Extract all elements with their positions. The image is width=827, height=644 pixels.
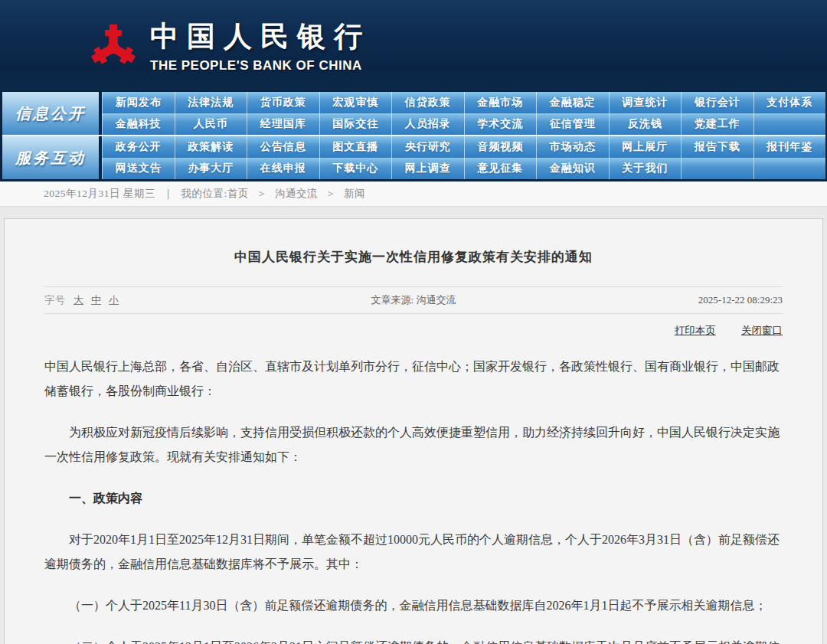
- nav-group-label-info-disclosure[interactable]: 信息公开: [2, 92, 99, 135]
- breadcrumb-divider: ｜: [163, 187, 174, 201]
- fontsize-small-button[interactable]: 小: [109, 293, 119, 307]
- nav-item[interactable]: 党建工作: [681, 113, 753, 135]
- nav-item[interactable]: 调查统计: [609, 92, 682, 113]
- nav-group-info-disclosure: 信息公开 新闻发布 法律法规 货币政策 宏观审慎 信贷政策 金融市场 金融稳定 …: [2, 92, 825, 135]
- article-actions: 打印本页 关闭窗口: [44, 324, 783, 338]
- close-window-link[interactable]: 关闭窗口: [741, 325, 783, 336]
- nav-item[interactable]: 意见征集: [464, 158, 537, 179]
- article-paragraph: （一）个人于2025年11月30日（含）前足额偿还逾期债务的，金融信用信息基础数…: [44, 593, 783, 618]
- nav-group-service-interaction: 服务互动 政务公开 政策解读 公告信息 图文直播 央行研究 音频视频 市场动态 …: [2, 135, 825, 179]
- breadcrumb-arrow-icon: ＞: [257, 187, 267, 201]
- nav-item[interactable]: 新闻发布: [102, 92, 175, 113]
- nav-item[interactable]: 央行研究: [391, 136, 464, 158]
- pboc-logo-icon: [89, 16, 138, 76]
- nav-item[interactable]: 金融科技: [102, 113, 175, 135]
- nav-item[interactable]: 金融市场: [464, 92, 537, 113]
- nav-item[interactable]: 音频视频: [464, 136, 537, 158]
- nav-group-label-service-interaction[interactable]: 服务互动: [2, 136, 99, 179]
- breadcrumb-home[interactable]: 我的位置:首页: [181, 187, 249, 201]
- nav-item[interactable]: 人员招录: [391, 113, 464, 135]
- article-paragraph: （二）个人于2025年12月1日至2026年3月31日之间足额偿还逾期债务的，金…: [44, 635, 783, 644]
- fontsize-large-button[interactable]: 大: [74, 293, 83, 307]
- nav-item[interactable]: 货币政策: [247, 92, 319, 113]
- nav-item[interactable]: 网送文告: [102, 158, 175, 179]
- article-section-heading: 一、政策内容: [44, 486, 783, 511]
- nav-item[interactable]: 报告下载: [681, 136, 753, 158]
- article-source: 文章来源: 沟通交流: [266, 293, 561, 307]
- nav-item[interactable]: 征信管理: [536, 113, 609, 135]
- nav-item-empty: [753, 113, 826, 135]
- article-body: 中国人民银行上海总部，各省、自治区、直辖市及计划单列市分行，征信中心；国家开发银…: [44, 355, 783, 644]
- breadcrumb-news[interactable]: 新闻: [344, 187, 365, 201]
- main-nav: 信息公开 新闻发布 法律法规 货币政策 宏观审慎 信贷政策 金融市场 金融稳定 …: [0, 90, 827, 181]
- article-meta-bar: 字号 大 中 小 文章来源: 沟通交流 2025-12-22 08:29:23: [44, 286, 783, 314]
- nav-item-empty: [753, 158, 826, 179]
- article-paragraph: 为积极应对新冠疫情后续影响，支持信用受损但积极还款的个人高效便捷重塑信用，助力经…: [44, 420, 783, 469]
- nav-item[interactable]: 金融稳定: [536, 92, 609, 113]
- nav-item[interactable]: 市场动态: [536, 136, 609, 158]
- nav-item[interactable]: 在线申报: [247, 158, 319, 179]
- fontsize-label: 字号: [44, 293, 66, 307]
- nav-item-empty: [681, 158, 753, 179]
- nav-item[interactable]: 经理国库: [247, 113, 319, 135]
- nav-item[interactable]: 公告信息: [247, 136, 319, 158]
- article-datetime: 2025-12-22 08:29:23: [561, 294, 783, 306]
- nav-item[interactable]: 下载中心: [319, 158, 392, 179]
- nav-item[interactable]: 办事大厅: [175, 158, 247, 179]
- nav-item[interactable]: 支付体系: [753, 92, 826, 113]
- article-paragraph: 对于2020年1月1日至2025年12月31日期间，单笔金额不超过10000元人…: [44, 528, 783, 577]
- nav-item[interactable]: 银行会计: [681, 92, 753, 113]
- nav-item[interactable]: 图文直播: [319, 136, 392, 158]
- nav-item[interactable]: 网上展厅: [609, 136, 682, 158]
- site-header: 中国人民银行 THE PEOPLE'S BANK OF CHINA: [0, 0, 827, 90]
- nav-item[interactable]: 报刊年鉴: [753, 136, 826, 158]
- nav-item[interactable]: 人民币: [175, 113, 247, 135]
- nav-item[interactable]: 关于我们: [609, 158, 682, 179]
- nav-item[interactable]: 宏观审慎: [319, 92, 392, 113]
- bank-name-english: THE PEOPLE'S BANK OF CHINA: [150, 58, 371, 74]
- nav-item[interactable]: 国际交往: [319, 113, 392, 135]
- breadcrumb-arrow-icon: ＞: [325, 187, 336, 201]
- bank-name-chinese: 中国人民银行: [150, 18, 371, 56]
- nav-item[interactable]: 反洗钱: [609, 113, 682, 135]
- nav-item[interactable]: 信贷政策: [391, 92, 464, 113]
- breadcrumb-communication[interactable]: 沟通交流: [275, 187, 318, 201]
- fontsize-medium-button[interactable]: 中: [91, 293, 101, 307]
- print-page-link[interactable]: 打印本页: [675, 325, 716, 336]
- current-date: 2025年12月31日 星期三: [44, 187, 155, 201]
- nav-item[interactable]: 网上调查: [391, 158, 464, 179]
- nav-item[interactable]: 学术交流: [464, 113, 537, 135]
- article-title: 中国人民银行关于实施一次性信用修复政策有关安排的通知: [44, 248, 783, 266]
- nav-item[interactable]: 金融知识: [536, 158, 609, 179]
- nav-item[interactable]: 政务公开: [102, 136, 175, 158]
- breadcrumb: 2025年12月31日 星期三 ｜ 我的位置:首页 ＞ 沟通交流 ＞ 新闻: [0, 181, 827, 207]
- article-paragraph: 中国人民银行上海总部，各省、自治区、直辖市及计划单列市分行，征信中心；国家开发银…: [44, 355, 783, 404]
- nav-item[interactable]: 政策解读: [175, 136, 247, 158]
- nav-item[interactable]: 法律法规: [175, 92, 247, 113]
- article-panel: 中国人民银行关于实施一次性信用修复政策有关安排的通知 字号 大 中 小 文章来源…: [4, 218, 823, 644]
